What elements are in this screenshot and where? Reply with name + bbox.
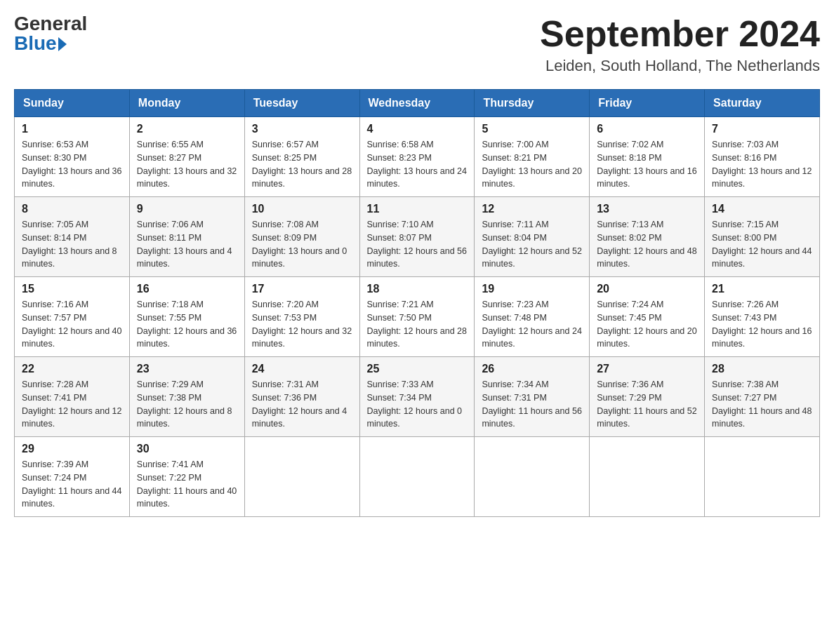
day-number: 30 — [137, 443, 237, 455]
day-info: Sunrise: 7:38 AMSunset: 7:27 PMDaylight:… — [712, 378, 812, 431]
day-number: 26 — [482, 363, 582, 375]
calendar-cell: 8Sunrise: 7:05 AMSunset: 8:14 PMDaylight… — [15, 197, 130, 277]
day-info: Sunrise: 7:05 AMSunset: 8:14 PMDaylight:… — [22, 218, 122, 271]
calendar-week-4: 22Sunrise: 7:28 AMSunset: 7:41 PMDayligh… — [15, 357, 820, 437]
day-info: Sunrise: 7:39 AMSunset: 7:24 PMDaylight:… — [22, 458, 122, 511]
day-number: 17 — [252, 283, 352, 295]
day-number: 12 — [482, 203, 582, 215]
day-number: 16 — [137, 283, 237, 295]
calendar-cell: 17Sunrise: 7:20 AMSunset: 7:53 PMDayligh… — [244, 277, 359, 357]
day-number: 14 — [712, 203, 812, 215]
calendar-cell: 1Sunrise: 6:53 AMSunset: 8:30 PMDaylight… — [15, 117, 130, 197]
day-number: 7 — [712, 123, 812, 135]
weekday-header-sunday: Sunday — [15, 90, 130, 117]
calendar-cell — [705, 437, 820, 517]
logo: General Blue — [14, 14, 87, 53]
day-number: 10 — [252, 203, 352, 215]
calendar-week-3: 15Sunrise: 7:16 AMSunset: 7:57 PMDayligh… — [15, 277, 820, 357]
day-info: Sunrise: 7:11 AMSunset: 8:04 PMDaylight:… — [482, 218, 582, 271]
page-header: General Blue September 2024 Leiden, Sout… — [14, 14, 820, 75]
calendar-cell: 15Sunrise: 7:16 AMSunset: 7:57 PMDayligh… — [15, 277, 130, 357]
calendar-cell: 26Sunrise: 7:34 AMSunset: 7:31 PMDayligh… — [475, 357, 590, 437]
calendar-cell: 16Sunrise: 7:18 AMSunset: 7:55 PMDayligh… — [129, 277, 244, 357]
calendar-cell: 9Sunrise: 7:06 AMSunset: 8:11 PMDaylight… — [129, 197, 244, 277]
calendar-cell: 18Sunrise: 7:21 AMSunset: 7:50 PMDayligh… — [359, 277, 475, 357]
day-number: 19 — [482, 283, 582, 295]
calendar-cell: 19Sunrise: 7:23 AMSunset: 7:48 PMDayligh… — [475, 277, 590, 357]
day-number: 22 — [22, 363, 122, 375]
day-info: Sunrise: 7:34 AMSunset: 7:31 PMDaylight:… — [482, 378, 582, 431]
day-info: Sunrise: 7:33 AMSunset: 7:34 PMDaylight:… — [367, 378, 468, 431]
weekday-header-friday: Friday — [590, 90, 705, 117]
location-subtitle: Leiden, South Holland, The Netherlands — [540, 57, 820, 75]
calendar-cell: 10Sunrise: 7:08 AMSunset: 8:09 PMDayligh… — [244, 197, 359, 277]
day-number: 4 — [367, 123, 468, 135]
day-number: 21 — [712, 283, 812, 295]
day-info: Sunrise: 7:10 AMSunset: 8:07 PMDaylight:… — [367, 218, 468, 271]
day-number: 29 — [22, 443, 122, 455]
day-info: Sunrise: 7:15 AMSunset: 8:00 PMDaylight:… — [712, 218, 812, 271]
calendar-cell: 5Sunrise: 7:00 AMSunset: 8:21 PMDaylight… — [475, 117, 590, 197]
calendar-cell: 7Sunrise: 7:03 AMSunset: 8:16 PMDaylight… — [705, 117, 820, 197]
logo-blue-text: Blue — [14, 34, 67, 53]
day-info: Sunrise: 7:41 AMSunset: 7:22 PMDaylight:… — [137, 458, 237, 511]
day-number: 13 — [597, 203, 697, 215]
day-number: 3 — [252, 123, 352, 135]
calendar-cell — [475, 437, 590, 517]
calendar-cell: 30Sunrise: 7:41 AMSunset: 7:22 PMDayligh… — [129, 437, 244, 517]
day-info: Sunrise: 7:23 AMSunset: 7:48 PMDaylight:… — [482, 298, 582, 351]
calendar-week-5: 29Sunrise: 7:39 AMSunset: 7:24 PMDayligh… — [15, 437, 820, 517]
day-number: 18 — [367, 283, 468, 295]
day-number: 8 — [22, 203, 122, 215]
calendar-cell: 20Sunrise: 7:24 AMSunset: 7:45 PMDayligh… — [590, 277, 705, 357]
calendar-cell: 21Sunrise: 7:26 AMSunset: 7:43 PMDayligh… — [705, 277, 820, 357]
day-info: Sunrise: 7:26 AMSunset: 7:43 PMDaylight:… — [712, 298, 812, 351]
calendar-cell — [359, 437, 475, 517]
calendar-cell: 3Sunrise: 6:57 AMSunset: 8:25 PMDaylight… — [244, 117, 359, 197]
day-info: Sunrise: 7:29 AMSunset: 7:38 PMDaylight:… — [137, 378, 237, 431]
day-number: 2 — [137, 123, 237, 135]
day-info: Sunrise: 7:31 AMSunset: 7:36 PMDaylight:… — [252, 378, 352, 431]
day-info: Sunrise: 6:58 AMSunset: 8:23 PMDaylight:… — [367, 138, 468, 191]
day-number: 27 — [597, 363, 697, 375]
day-number: 15 — [22, 283, 122, 295]
calendar-cell: 14Sunrise: 7:15 AMSunset: 8:00 PMDayligh… — [705, 197, 820, 277]
weekday-header-monday: Monday — [129, 90, 244, 117]
day-number: 23 — [137, 363, 237, 375]
calendar-week-1: 1Sunrise: 6:53 AMSunset: 8:30 PMDaylight… — [15, 117, 820, 197]
day-info: Sunrise: 7:02 AMSunset: 8:18 PMDaylight:… — [597, 138, 697, 191]
day-number: 6 — [597, 123, 697, 135]
logo-general-text: General — [14, 14, 87, 34]
calendar-cell: 28Sunrise: 7:38 AMSunset: 7:27 PMDayligh… — [705, 357, 820, 437]
day-info: Sunrise: 7:13 AMSunset: 8:02 PMDaylight:… — [597, 218, 697, 271]
weekday-header-tuesday: Tuesday — [244, 90, 359, 117]
day-number: 11 — [367, 203, 468, 215]
day-info: Sunrise: 7:18 AMSunset: 7:55 PMDaylight:… — [137, 298, 237, 351]
calendar-cell: 2Sunrise: 6:55 AMSunset: 8:27 PMDaylight… — [129, 117, 244, 197]
calendar-table: SundayMondayTuesdayWednesdayThursdayFrid… — [14, 89, 820, 517]
day-number: 20 — [597, 283, 697, 295]
day-number: 1 — [22, 123, 122, 135]
day-info: Sunrise: 6:53 AMSunset: 8:30 PMDaylight:… — [22, 138, 122, 191]
day-number: 9 — [137, 203, 237, 215]
title-block: September 2024 Leiden, South Holland, Th… — [540, 14, 820, 75]
calendar-cell: 6Sunrise: 7:02 AMSunset: 8:18 PMDaylight… — [590, 117, 705, 197]
day-info: Sunrise: 7:08 AMSunset: 8:09 PMDaylight:… — [252, 218, 352, 271]
day-info: Sunrise: 7:16 AMSunset: 7:57 PMDaylight:… — [22, 298, 122, 351]
day-number: 25 — [367, 363, 468, 375]
logo-arrow-icon — [58, 37, 67, 51]
calendar-cell — [590, 437, 705, 517]
day-number: 24 — [252, 363, 352, 375]
weekday-header-row: SundayMondayTuesdayWednesdayThursdayFrid… — [15, 90, 820, 117]
day-info: Sunrise: 7:21 AMSunset: 7:50 PMDaylight:… — [367, 298, 468, 351]
calendar-cell — [244, 437, 359, 517]
calendar-cell: 27Sunrise: 7:36 AMSunset: 7:29 PMDayligh… — [590, 357, 705, 437]
calendar-cell: 13Sunrise: 7:13 AMSunset: 8:02 PMDayligh… — [590, 197, 705, 277]
day-info: Sunrise: 7:36 AMSunset: 7:29 PMDaylight:… — [597, 378, 697, 431]
weekday-header-wednesday: Wednesday — [359, 90, 475, 117]
day-number: 28 — [712, 363, 812, 375]
month-title: September 2024 — [540, 14, 820, 54]
day-info: Sunrise: 7:03 AMSunset: 8:16 PMDaylight:… — [712, 138, 812, 191]
calendar-cell: 22Sunrise: 7:28 AMSunset: 7:41 PMDayligh… — [15, 357, 130, 437]
day-info: Sunrise: 7:00 AMSunset: 8:21 PMDaylight:… — [482, 138, 582, 191]
